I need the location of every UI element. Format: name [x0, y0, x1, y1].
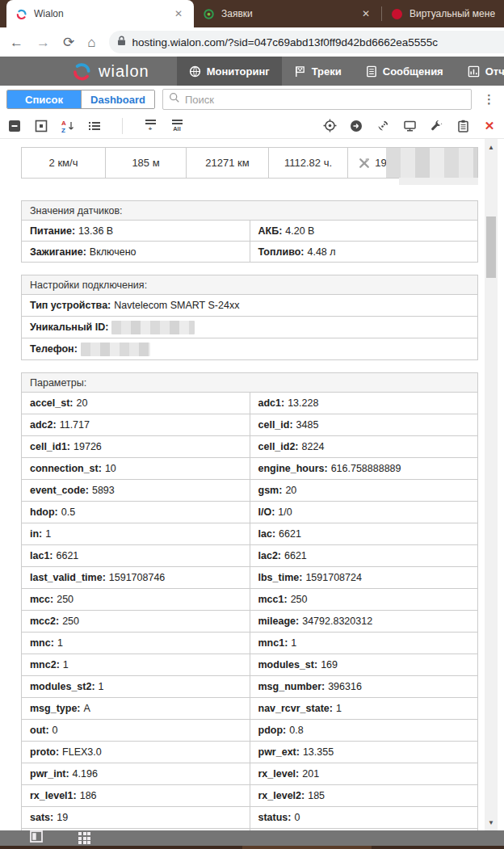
- data-row: Телефон:: [21, 338, 478, 360]
- field-value: 1591708724: [305, 572, 362, 583]
- map-panel-toggle-icon[interactable]: [30, 830, 43, 846]
- data-row: Зажигание:ВключеноТопливо:4.48 л: [21, 242, 478, 263]
- field-value: 0: [294, 812, 300, 823]
- field-value: 169: [321, 659, 338, 670]
- nav-item-reports[interactable]: Отчеты: [456, 57, 504, 86]
- nav-item-label: Треки: [312, 65, 342, 78]
- field-value: 19: [57, 812, 68, 823]
- panel-scrollbar[interactable]: ▲ ▼: [485, 139, 498, 830]
- data-row: mcc2:250mileage:34792.8320312: [21, 611, 478, 633]
- data-cell: last_valid_time:1591708746: [22, 567, 250, 588]
- track-unit-icon[interactable]: [322, 119, 337, 133]
- address-bar[interactable]: hosting.wialon.com/?sid=047c69abd13f0ff9…: [109, 31, 504, 53]
- field-value: 4.20 В: [285, 225, 314, 237]
- tab-list[interactable]: Список: [7, 90, 81, 108]
- field-label: Уникальный ID:: [30, 322, 108, 333]
- data-cell: event_code:5893: [22, 480, 250, 501]
- scroll-down-icon[interactable]: ▼: [485, 816, 498, 829]
- field-label: hdop:: [30, 506, 58, 518]
- field-label: gsm:: [258, 485, 283, 496]
- data-cell: mcc2:250: [22, 611, 250, 632]
- apps-grid-icon[interactable]: [78, 832, 90, 844]
- satellites-count: 19: [375, 157, 386, 169]
- close-panel-icon[interactable]: ✕: [482, 119, 497, 133]
- browser-tab-zayavki[interactable]: Заявки ✕: [194, 0, 381, 27]
- field-label: rx_level1:: [30, 790, 77, 801]
- tab-close-icon[interactable]: ✕: [359, 6, 373, 21]
- nav-item-monitoring[interactable]: Мониторинг: [177, 57, 282, 86]
- field-label: nav_rcvr_state:: [258, 703, 333, 714]
- refresh-icon[interactable]: ⟳: [63, 36, 74, 49]
- data-cell: mnc2:1: [22, 654, 250, 675]
- field-label: rx_level2:: [258, 790, 305, 801]
- browser-tab-strip: Wialon ✕ Заявки ✕ Виртуальный мене: [0, 0, 504, 27]
- scrollbar-thumb[interactable]: [486, 216, 496, 278]
- field-label: lac:: [258, 528, 276, 540]
- add-all-to-list-icon[interactable]: All: [170, 119, 184, 133]
- more-menu-icon[interactable]: ⋮: [479, 92, 499, 107]
- follow-unit-icon[interactable]: [349, 119, 363, 133]
- field-value: A: [84, 703, 90, 714]
- field-label: pwr_ext:: [258, 746, 300, 758]
- field-value: 396316: [328, 681, 362, 692]
- data-cell: cell_id:3485: [250, 414, 478, 435]
- field-value: 20: [285, 485, 296, 496]
- nav-item-label: Отчеты: [485, 65, 504, 78]
- tab-dashboard[interactable]: Dashboard: [81, 90, 154, 108]
- data-row: lac1:6621lac2:6621: [21, 545, 478, 567]
- stat-mileage: 21271 км: [187, 148, 269, 178]
- data-cell: rx_level1:186: [22, 785, 250, 806]
- field-value: 250: [57, 594, 74, 605]
- field-label: adc2:: [30, 419, 57, 431]
- field-value: 10: [105, 463, 116, 474]
- field-value: 201: [302, 768, 319, 780]
- show-unit-icon[interactable]: [34, 119, 48, 133]
- data-row: adc2:11.717cell_id:3485: [21, 414, 478, 436]
- data-cell: mcc1:250: [250, 589, 478, 610]
- search-icon: [169, 92, 180, 107]
- redacted-value: [111, 321, 195, 334]
- field-value: 1/0: [278, 506, 292, 518]
- data-cell: rx_level:201: [250, 763, 478, 784]
- field-value: 13.228: [288, 397, 318, 409]
- satellite-command-icon[interactable]: [376, 119, 390, 133]
- field-label: mileage:: [258, 616, 300, 627]
- field-value: 6621: [57, 550, 79, 561]
- logo-text: wialon: [99, 62, 149, 81]
- sort-az-icon[interactable]: AZ: [61, 119, 75, 133]
- unit-screen-icon[interactable]: [402, 119, 417, 133]
- browser-tab-wialon[interactable]: Wialon ✕: [6, 0, 194, 27]
- back-icon[interactable]: ←: [10, 36, 23, 49]
- screen: Wialon ✕ Заявки ✕ Виртуальный мене ← → ⟳…: [0, 0, 504, 849]
- document-icon: [366, 65, 377, 78]
- field-value: 0.8: [289, 725, 303, 736]
- field-value: 4.48 л: [307, 246, 335, 258]
- nav-item-tracks[interactable]: Треки: [282, 57, 354, 86]
- data-row: proto:FLEX3.0pwr_ext:13.355: [21, 742, 478, 763]
- add-to-list-icon[interactable]: +: [143, 119, 158, 133]
- field-label: sats:: [30, 812, 53, 823]
- search-input[interactable]: [185, 94, 465, 106]
- home-icon[interactable]: ⌂: [87, 36, 95, 49]
- list-settings-icon[interactable]: [87, 119, 102, 133]
- collapse-all-icon[interactable]: [7, 119, 22, 133]
- data-cell: rx_level2:185: [250, 785, 478, 806]
- tab-close-icon[interactable]: ✕: [171, 6, 186, 21]
- wrench-icon[interactable]: [429, 119, 443, 133]
- browser-tab-virtual-manager[interactable]: Виртуальный мене: [382, 0, 503, 27]
- nav-item-messages[interactable]: Сообщения: [354, 57, 456, 86]
- lock-icon: [117, 35, 126, 49]
- all-label: All: [173, 126, 181, 132]
- field-label: proto:: [30, 746, 59, 758]
- field-label: msg_number:: [258, 681, 326, 692]
- search-box[interactable]: [162, 89, 472, 110]
- scroll-up-icon[interactable]: ▲: [485, 141, 498, 153]
- clipboard-icon[interactable]: [456, 119, 470, 133]
- field-label: mnc2:: [30, 659, 60, 670]
- data-cell: mnc1:1: [250, 633, 478, 654]
- forward-icon[interactable]: →: [36, 36, 50, 49]
- field-label: event_code:: [30, 485, 89, 496]
- field-value: 616.758888889: [331, 463, 401, 474]
- section-title: Параметры:: [21, 372, 478, 393]
- field-value: Navtelecom SMART S-24xx: [114, 300, 239, 311]
